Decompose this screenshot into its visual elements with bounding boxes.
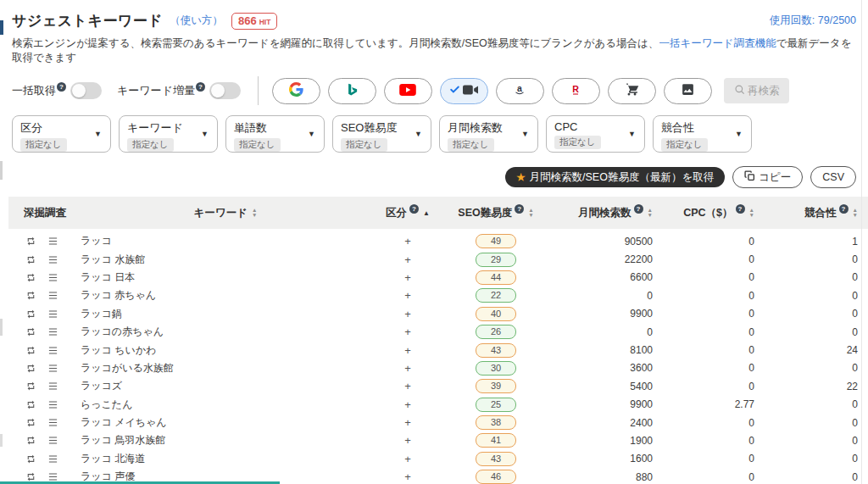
amazon-engine-button[interactable]: a [496, 78, 544, 104]
add-kubun-button[interactable]: + [375, 235, 441, 248]
keyword-cell[interactable]: ラッコ [76, 234, 375, 248]
menu-icon[interactable] [47, 236, 58, 247]
menu-icon[interactable] [47, 417, 58, 428]
filter-dropdown-3[interactable]: SEO難易度指定なし [332, 115, 431, 153]
filter-dropdown-5[interactable]: CPC指定なし [546, 115, 645, 153]
add-kubun-button[interactable]: + [375, 453, 441, 465]
keyword-boost-toggle[interactable] [209, 82, 241, 99]
video-engine-button[interactable] [440, 78, 488, 104]
keyword-cell[interactable]: ラッコズ [76, 379, 375, 393]
deep-dive-icon[interactable] [25, 254, 36, 265]
seo-difficulty-badge[interactable]: 22 [476, 288, 516, 303]
seo-difficulty-badge[interactable]: 41 [476, 433, 516, 448]
menu-icon[interactable] [47, 254, 58, 265]
keyword-cell[interactable]: ラッコ 北海道 [76, 452, 375, 466]
keyword-cell[interactable]: ラッコがいる水族館 [76, 361, 375, 376]
filter-dropdown-2[interactable]: 単語数指定なし [225, 115, 325, 153]
google-engine-button[interactable] [272, 78, 320, 104]
seo-difficulty-badge[interactable]: 46 [476, 470, 516, 484]
column-header-2[interactable]: 区分 [375, 206, 441, 220]
deep-dive-icon[interactable] [25, 381, 36, 392]
keyword-cell[interactable]: ラッコの赤ちゃん [76, 325, 375, 339]
deep-dive-icon[interactable] [25, 435, 36, 446]
menu-icon[interactable] [47, 453, 58, 465]
deep-dive-icon[interactable] [25, 453, 36, 465]
seo-difficulty-badge[interactable]: 39 [476, 379, 516, 393]
deep-dive-icon[interactable] [25, 290, 36, 301]
seo-difficulty-badge[interactable]: 43 [476, 452, 516, 466]
fetch-latest-metrics-button[interactable]: 月間検索数/SEO難易度（最新）を取得 [505, 167, 726, 187]
sort-asc-icon[interactable] [423, 209, 430, 217]
add-kubun-button[interactable]: + [375, 380, 441, 392]
filter-dropdown-4[interactable]: 月間検索数指定なし [439, 115, 538, 153]
sort-icon[interactable]: ▲▼ [528, 208, 533, 218]
column-header-3[interactable]: SEO難易度▲▼ [441, 206, 551, 220]
keyword-cell[interactable]: ラッコ メイちゃん [76, 415, 375, 430]
menu-icon[interactable] [47, 345, 58, 356]
help-icon[interactable] [515, 204, 524, 214]
sort-icon[interactable]: ▲▼ [749, 208, 754, 218]
help-icon[interactable] [634, 204, 643, 214]
sort-icon[interactable]: ▲▼ [252, 208, 257, 218]
seo-difficulty-badge[interactable]: 25 [476, 398, 516, 412]
seo-difficulty-badge[interactable]: 40 [476, 307, 516, 321]
menu-icon[interactable] [47, 326, 58, 337]
keyword-cell[interactable]: ラッコ鍋 [76, 307, 375, 321]
keyword-cell[interactable]: ラッコ ちいかわ [76, 343, 375, 358]
seo-difficulty-badge[interactable]: 38 [476, 415, 516, 430]
add-kubun-button[interactable]: + [375, 289, 441, 302]
column-header-1[interactable]: キーワード▲▼ [76, 206, 375, 220]
menu-icon[interactable] [47, 381, 58, 392]
deep-dive-icon[interactable] [25, 417, 36, 428]
deep-dive-icon[interactable] [25, 309, 36, 320]
menu-icon[interactable] [47, 399, 58, 410]
column-header-5[interactable]: CPC（$）▲▼ [659, 206, 761, 220]
add-kubun-button[interactable]: + [375, 344, 441, 357]
filter-dropdown-0[interactable]: 区分指定なし [12, 115, 111, 153]
seo-difficulty-badge[interactable]: 44 [476, 270, 516, 285]
deep-dive-icon[interactable] [25, 363, 36, 374]
seo-difficulty-badge[interactable]: 30 [476, 361, 516, 376]
help-icon[interactable] [839, 204, 849, 214]
usage-guide-link[interactable]: （使い方） [170, 14, 223, 28]
sort-icon[interactable]: ▲▼ [853, 208, 858, 218]
seo-difficulty-badge[interactable]: 49 [476, 234, 516, 248]
copy-button[interactable]: コピー [732, 166, 803, 188]
csv-button[interactable]: CSV [810, 166, 856, 188]
sort-icon[interactable]: ▲▼ [648, 208, 653, 218]
add-kubun-button[interactable]: + [375, 253, 441, 266]
add-kubun-button[interactable]: + [375, 470, 441, 483]
help-icon[interactable] [736, 204, 745, 214]
add-kubun-button[interactable]: + [375, 416, 441, 429]
add-kubun-button[interactable]: + [375, 362, 441, 375]
deep-dive-icon[interactable] [25, 399, 36, 410]
menu-icon[interactable] [47, 309, 58, 320]
rakuten-engine-button[interactable]: R [552, 78, 600, 104]
deep-dive-icon[interactable] [25, 345, 36, 356]
keyword-cell[interactable]: ラッコ 水族館 [76, 253, 375, 267]
keyword-cell[interactable]: ラッコ 鳥羽水族館 [76, 433, 375, 448]
help-icon[interactable] [409, 204, 419, 214]
menu-icon[interactable] [47, 290, 58, 301]
deep-dive-icon[interactable] [25, 236, 36, 247]
keyword-cell[interactable]: ラッコ 日本 [76, 270, 375, 285]
help-icon[interactable] [57, 82, 66, 92]
add-kubun-button[interactable]: + [375, 325, 441, 338]
keyword-cell[interactable]: ラッコ 赤ちゃん [76, 288, 375, 303]
page-scrollbar[interactable] [861, 0, 862, 484]
deep-dive-icon[interactable] [25, 272, 36, 283]
filter-dropdown-6[interactable]: 競合性指定なし [653, 115, 752, 153]
shopping-engine-button[interactable] [608, 78, 656, 104]
column-header-4[interactable]: 月間検索数▲▼ [551, 206, 659, 220]
filter-dropdown-1[interactable]: キーワード指定なし [119, 115, 218, 153]
add-kubun-button[interactable]: + [375, 434, 441, 447]
menu-icon[interactable] [47, 435, 58, 446]
column-header-6[interactable]: 競合性▲▼ [761, 206, 868, 220]
bulk-keyword-survey-link[interactable]: 一括キーワード調査機能 [659, 37, 776, 49]
help-icon[interactable] [196, 82, 205, 92]
research-button[interactable]: 再検索 [724, 78, 790, 103]
keyword-cell[interactable]: らっこたん [76, 398, 375, 412]
add-kubun-button[interactable]: + [375, 308, 441, 320]
seo-difficulty-badge[interactable]: 29 [476, 253, 516, 267]
image-engine-button[interactable] [664, 78, 712, 104]
